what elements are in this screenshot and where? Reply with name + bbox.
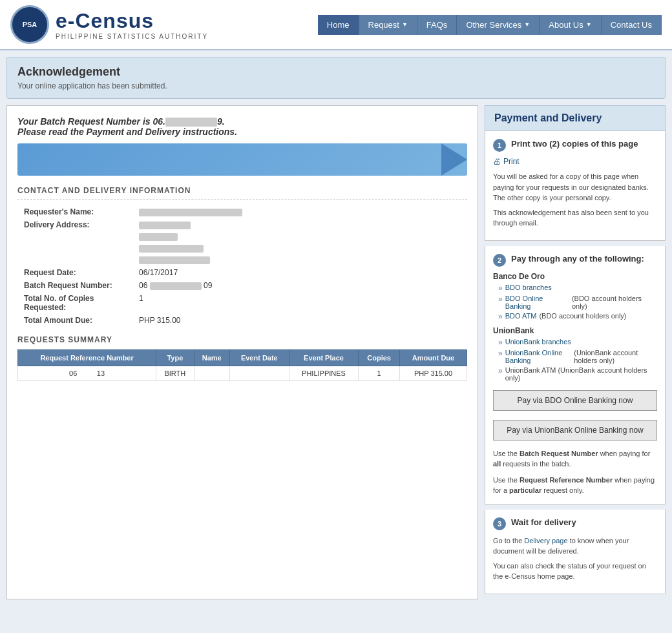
ack-bar: Acknowledgement Your online application … [6, 57, 666, 99]
nav-contact-us[interactable]: Contact Us [602, 15, 662, 35]
nav-contact-us-label: Contact Us [611, 20, 652, 30]
nav-about-us-arrow: ▼ [586, 21, 592, 28]
delivery-redacted-4 [139, 256, 210, 264]
batch-number-label: Batch Request Number: [17, 281, 134, 290]
psa-logo: PSA [10, 5, 49, 44]
requests-summary-title: REQUESTS SUMMARY [17, 335, 467, 344]
nav-request[interactable]: Request ▼ [359, 15, 417, 35]
step3-number: 3 [493, 517, 506, 530]
cell-ref: 06 13 [18, 366, 156, 381]
union-atm: UnionBank ATM (UnionBank account holders… [498, 366, 657, 382]
bdo-branches-link[interactable]: BDO branches [505, 284, 552, 291]
step1-desc2: This acknowledgement has also been sent … [493, 207, 657, 229]
nav-home[interactable]: Home [318, 15, 359, 35]
cell-type: BIRTH [156, 366, 194, 381]
nav-faqs[interactable]: FAQs [417, 15, 457, 35]
bdo-atm: BDO ATM (BDO account holders only) [498, 312, 657, 321]
col-event-date: Event Date [229, 350, 289, 366]
name-redacted [202, 369, 222, 377]
nav-about-us-label: About Us [549, 20, 583, 30]
bdo-pay-button[interactable]: Pay via BDO Online Banking now [493, 390, 657, 411]
printer-icon: 🖨 [493, 157, 501, 166]
logo-text: e-Census PHILIPPINE STATISTICS AUTHORITY [56, 9, 208, 40]
union-pay-button[interactable]: Pay via UnionBank Online Banking now [493, 420, 657, 441]
payment-step1: 1 Print two (2) copies of this page 🖨 Pr… [485, 131, 666, 241]
requester-redacted [139, 209, 242, 216]
col-amount: Amount Due [400, 350, 467, 366]
batch-req-bold: Batch Request Number [520, 450, 598, 457]
union-branches-link[interactable]: UnionBank branches [505, 338, 571, 346]
batch-notice-prefix: Your Batch Request Number is 06. [17, 116, 165, 127]
nav-other-services[interactable]: Other Services ▼ [457, 15, 540, 35]
total-amount-label: Total Amount Due: [17, 316, 134, 325]
union-list: UnionBank branches UnionBank Online Bank… [493, 338, 657, 382]
bdo-online: BDO Online Banking (BDO account holders … [498, 295, 657, 310]
contact-info-grid: Requester's Name: Delivery Address: Requ… [17, 207, 467, 325]
step2-heading: Pay through any of the following: [511, 254, 644, 264]
request-date-label: Request Date: [17, 268, 134, 277]
ack-title: Acknowledgement [17, 65, 655, 79]
requester-value [139, 207, 467, 216]
step1-header: 1 Print two (2) copies of this page [493, 139, 657, 152]
batch-middle-redacted [150, 282, 202, 290]
ref-middle-redacted [79, 369, 94, 377]
ref-prefix: 06 [69, 369, 77, 377]
print-label: Print [503, 157, 520, 166]
unionbank-name: UnionBank [493, 326, 657, 335]
delivery-redacted-3 [139, 245, 204, 253]
particular-bold: particular [509, 486, 541, 494]
site-subtitle: PHILIPPINE STATISTICS AUTHORITY [56, 33, 208, 40]
step3-desc1: Go to the Delivery page to know when you… [493, 535, 657, 557]
contact-section-title: CONTACT AND DELIVERY INFORMATION [17, 186, 467, 200]
col-ref-number: Request Reference Number [18, 350, 156, 366]
ref-suffix: 13 [97, 369, 105, 377]
nav-faqs-label: FAQs [426, 20, 448, 30]
ack-subtitle: Your online application has been submitt… [17, 81, 655, 90]
col-name: Name [194, 350, 229, 366]
payment-title: Payment and Delivery [485, 105, 666, 131]
delivery-page-link[interactable]: Delivery page [524, 537, 567, 545]
cell-event-date [229, 366, 289, 381]
nav-request-label: Request [368, 20, 399, 30]
ref-req-bold: Request Reference Number [520, 476, 613, 484]
bdo-branches: BDO branches [498, 284, 657, 293]
batch-number-redacted [165, 118, 217, 127]
step1-number: 1 [493, 139, 506, 152]
all-bold: all [493, 460, 501, 468]
bdo-name: Banco De Oro [493, 272, 657, 281]
nav-other-services-label: Other Services [466, 20, 521, 30]
delivery-redacted-2 [139, 233, 178, 241]
batch-notice: Your Batch Request Number is 06. 9. Plea… [17, 116, 467, 137]
step2-number: 2 [493, 254, 506, 267]
ref-note: Use the Request Reference Number when pa… [493, 475, 657, 496]
nav-home-label: Home [327, 20, 350, 30]
union-online-link[interactable]: UnionBank Online Banking [505, 349, 572, 364]
total-copies-label: Total No. of Copies Requested: [17, 294, 134, 312]
col-event-place: Event Place [289, 350, 358, 366]
logo-area: PSA e-Census PHILIPPINE STATISTICS AUTHO… [10, 5, 208, 44]
main-nav: Home Request ▼ FAQs Other Services ▼ Abo… [318, 15, 662, 35]
batch-notice-line2: Please read the Payment and Delivery ins… [17, 127, 237, 137]
payment-step3: 3 Wait for delivery Go to the Delivery p… [485, 510, 666, 594]
batch-notice-suffix: 9. [217, 116, 225, 127]
header: PSA e-Census PHILIPPINE STATISTICS AUTHO… [0, 0, 672, 50]
cell-name [194, 366, 229, 381]
arrow-banner [17, 143, 467, 176]
bdo-atm-link[interactable]: BDO ATM [505, 312, 537, 320]
request-date-value: 06/17/2017 [139, 268, 467, 277]
nav-about-us[interactable]: About Us ▼ [540, 15, 601, 35]
requests-table: Request Reference Number Type Name Event… [17, 349, 467, 381]
step3-desc2: You can also check the status of your re… [493, 561, 657, 582]
batch-prefix: 06 [139, 281, 147, 290]
site-title: e-Census [56, 9, 208, 33]
union-online: UnionBank Online Banking (UnionBank acco… [498, 349, 657, 364]
bdo-online-link[interactable]: BDO Online Banking [505, 295, 569, 310]
step1-desc1: You will be asked for a copy of this pag… [493, 171, 657, 203]
delivery-value [139, 220, 467, 264]
nav-other-services-arrow: ▼ [524, 21, 530, 28]
step1-heading: Print two (2) copies of this page [511, 139, 638, 149]
table-row: 06 13 BIRTH PHILIPPINES 1 PHP [18, 366, 467, 381]
bdo-list: BDO branches BDO Online Banking (BDO acc… [493, 284, 657, 321]
print-link[interactable]: 🖨 Print [493, 157, 657, 166]
col-type: Type [156, 350, 194, 366]
